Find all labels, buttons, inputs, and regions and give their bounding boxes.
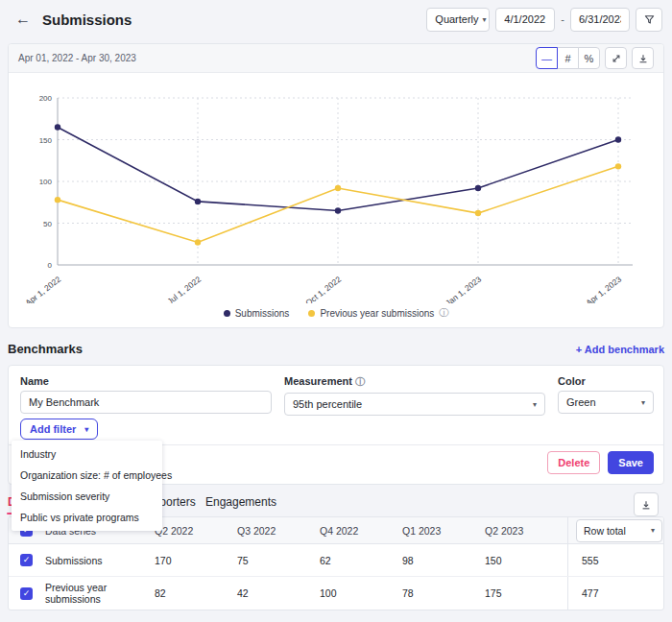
chart-mode-segmented-control: — # % [536, 47, 600, 69]
chevron-down-icon: ▾ [533, 400, 537, 409]
analytics-page: ← Submissions Quarterly ▾ - Apr 01, 2022… [0, 0, 672, 622]
percent-mode-button[interactable]: % [578, 47, 600, 69]
download-icon [637, 53, 649, 64]
table-row: ✓Previous year submissions82421007817547… [9, 577, 663, 610]
cell-value: 100 [320, 587, 402, 599]
header-controls: Quarterly ▾ - [426, 8, 662, 32]
benchmark-name-input[interactable] [20, 391, 272, 414]
y-tick-label: 50 [43, 220, 52, 228]
period-select-value: Quarterly [435, 13, 478, 25]
period-select[interactable]: Quarterly ▾ [426, 8, 490, 32]
row-total-value: 477 [567, 577, 663, 610]
chart-date-range: Apr 01, 2022 - Apr 30, 2023 [18, 53, 136, 63]
data-point [55, 124, 60, 130]
save-button[interactable]: Save [608, 451, 654, 474]
expand-icon [611, 53, 622, 64]
info-icon: ⓘ [439, 306, 448, 320]
name-label: Name [20, 375, 272, 387]
legend-dot-icon [224, 310, 230, 317]
color-select-value: Green [566, 396, 596, 408]
legend-dot-icon [308, 310, 315, 317]
column-header: Q2 2023 [485, 525, 567, 537]
data-point [195, 239, 201, 245]
funnel-icon [643, 13, 656, 26]
download-chart-button[interactable] [632, 47, 654, 69]
benchmark-name-field: Name [20, 375, 272, 414]
color-label: Color [558, 375, 654, 387]
row-total-select[interactable]: Row total▾ [576, 519, 662, 542]
count-mode-button[interactable]: # [557, 47, 579, 69]
row-checkbox[interactable]: ✓ [20, 587, 33, 600]
data-point [615, 136, 621, 142]
row-checkbox[interactable]: ✓ [20, 554, 33, 566]
benchmark-color-field: Color Green ▾ [558, 375, 654, 414]
chevron-down-icon: ▾ [641, 398, 645, 407]
cell-value: 42 [237, 587, 320, 599]
column-header: Q1 2023 [402, 525, 485, 537]
cell-value: 98 [402, 555, 485, 566]
add-filter-menu: IndustryOrganization size: # of employee… [12, 441, 162, 531]
cell-value: 175 [485, 587, 567, 599]
benchmark-measurement-field: Measurement ⓘ 95th percentile ▾ [284, 375, 545, 416]
checkbox-cell: ✓ [9, 554, 45, 566]
measurement-select[interactable]: 95th percentile ▾ [284, 393, 545, 416]
color-select[interactable]: Green ▾ [558, 391, 654, 414]
info-icon: ⓘ [355, 376, 365, 387]
legend-item[interactable]: Submissions [224, 306, 290, 320]
chevron-down-icon: ▾ [483, 15, 487, 24]
measurement-label: Measurement [284, 375, 352, 387]
data-point [475, 210, 481, 216]
column-header: Q3 2022 [237, 525, 320, 537]
expand-button[interactable] [605, 47, 627, 69]
cell-value: 150 [485, 555, 567, 566]
delete-button[interactable]: Delete [547, 451, 600, 474]
menu-item[interactable]: Public vs private programs [12, 507, 162, 528]
y-tick-label: 100 [39, 178, 53, 186]
chart-card-header: Apr 01, 2022 - Apr 30, 2023 — # % [9, 44, 663, 73]
date-from-input[interactable] [495, 8, 555, 32]
chevron-down-icon: ▾ [651, 526, 655, 535]
row-label: Previous year submissions [45, 582, 155, 605]
legend-label: Submissions [235, 308, 290, 319]
date-separator: - [561, 13, 564, 25]
cell-value: 82 [155, 587, 237, 599]
menu-item[interactable]: Organization size: # of employees [12, 465, 162, 486]
y-tick-label: 150 [39, 136, 53, 145]
filter-button[interactable] [636, 8, 662, 32]
x-tick-label: Oct 1, 2022 [303, 275, 343, 303]
column-header: Q4 2022 [320, 525, 402, 537]
tab-engagements[interactable]: Engagements [205, 495, 276, 514]
back-icon[interactable]: ← [15, 11, 31, 28]
add-filter-button[interactable]: Add filter ▾ [20, 419, 98, 440]
top-header: ← Submissions Quarterly ▾ - [0, 0, 672, 38]
download-icon [640, 499, 652, 511]
row-total-cell: Row total▾ [567, 517, 663, 543]
download-table-button[interactable] [634, 492, 659, 516]
benchmarks-header: Benchmarks + Add benchmark [8, 342, 664, 356]
chart-legend: SubmissionsPrevious year submissionsⓘ [9, 306, 663, 320]
page-title: Submissions [42, 12, 132, 28]
chevron-down-icon: ▾ [84, 425, 88, 434]
y-tick-label: 0 [48, 261, 53, 270]
line-mode-button[interactable]: — [536, 47, 558, 69]
row-total-select-value: Row total [584, 525, 626, 537]
table-row: ✓Submissions170756298150555 [9, 544, 663, 577]
row-total-value: 555 [567, 544, 663, 576]
x-tick-label: Jan 1, 2023 [444, 275, 483, 303]
date-to-input[interactable] [570, 8, 630, 32]
data-point [195, 199, 201, 204]
cell-value: 62 [320, 555, 402, 566]
benchmark-actions: Delete Save [547, 451, 654, 474]
data-point [335, 207, 341, 213]
add-benchmark-link[interactable]: + Add benchmark [576, 344, 664, 355]
line-chart: 050100150200Apr 1, 2022Jul 1, 2022Oct 1,… [9, 73, 663, 303]
menu-item[interactable]: Industry [12, 443, 162, 465]
cell-value: 170 [155, 555, 237, 566]
checkbox-cell: ✓ [9, 587, 45, 600]
row-label: Submissions [45, 555, 155, 566]
x-tick-label: Apr 1, 2022 [23, 275, 62, 303]
menu-item[interactable]: Submission severity [12, 486, 162, 507]
y-tick-label: 200 [39, 94, 53, 103]
legend-item[interactable]: Previous year submissionsⓘ [308, 306, 448, 320]
benchmarks-title: Benchmarks [8, 342, 83, 356]
